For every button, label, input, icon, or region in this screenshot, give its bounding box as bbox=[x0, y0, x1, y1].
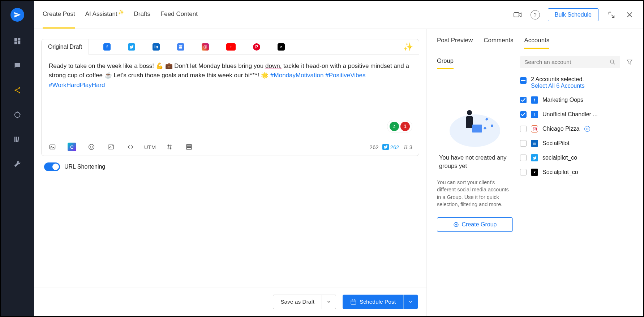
svg-point-4 bbox=[14, 90, 16, 91]
writing-assistant-indicator[interactable]: 1 bbox=[387, 120, 412, 133]
svg-rect-22 bbox=[186, 144, 191, 146]
emoji-picker-icon[interactable] bbox=[87, 143, 96, 151]
save-draft-button[interactable]: Save as Draft bbox=[273, 295, 322, 309]
video-icon[interactable] bbox=[512, 10, 523, 20]
account-name: Marketing Oops bbox=[542, 97, 583, 103]
spellcheck-underline: down, bbox=[265, 62, 282, 69]
account-row[interactable]: Socialpilot_co bbox=[520, 169, 633, 176]
account-name: Socialpilot_co bbox=[542, 169, 578, 175]
tab-label: AI Assistant bbox=[85, 10, 117, 18]
template-icon[interactable] bbox=[185, 143, 193, 151]
svg-rect-8 bbox=[14, 137, 16, 142]
schedule-post-button[interactable]: Schedule Post bbox=[343, 295, 403, 309]
tw-account-icon bbox=[531, 154, 538, 161]
linkedin-platform-icon[interactable]: in bbox=[153, 43, 160, 51]
account-checkbox[interactable] bbox=[520, 169, 527, 175]
account-checkbox[interactable] bbox=[520, 111, 527, 118]
search-icon[interactable] bbox=[609, 59, 616, 65]
schedule-post-more-button[interactable] bbox=[403, 295, 418, 309]
account-search-input[interactable] bbox=[524, 59, 606, 65]
instagram-platform-icon[interactable] bbox=[202, 43, 209, 51]
media-picker-icon[interactable] bbox=[48, 143, 57, 151]
empty-groups-title: You have not created any groups yet bbox=[437, 153, 513, 170]
hashtag[interactable]: #WorkHardPlayHard bbox=[49, 82, 105, 88]
nav-library-icon[interactable] bbox=[12, 134, 22, 144]
svg-rect-10 bbox=[17, 137, 19, 142]
char-count: 262 bbox=[370, 144, 379, 150]
paused-badge-icon bbox=[584, 126, 590, 132]
group-subtab[interactable]: Group bbox=[437, 57, 454, 69]
twitter-platform-icon[interactable] bbox=[128, 43, 135, 51]
tab-create-post[interactable]: Create Post bbox=[43, 1, 75, 29]
account-checkbox[interactable] bbox=[520, 140, 527, 147]
account-row[interactable]: fUnofficial Chandler ... bbox=[520, 111, 633, 118]
account-name: socialpilot_co bbox=[542, 155, 577, 161]
account-row[interactable]: socialpilot_co bbox=[520, 154, 633, 161]
svg-point-7 bbox=[15, 112, 20, 118]
facebook-platform-icon[interactable]: f bbox=[103, 43, 111, 51]
error-count-badge: 1 bbox=[400, 122, 410, 131]
tab-comments[interactable]: Comments bbox=[484, 37, 513, 49]
svg-rect-9 bbox=[16, 137, 17, 142]
account-row[interactable]: Chicago Pizza bbox=[520, 125, 633, 133]
nav-tools-icon[interactable] bbox=[12, 159, 22, 169]
account-row[interactable]: inSocialPilot bbox=[520, 140, 633, 147]
post-text-part: Ready to take on the week like a boss! 💪… bbox=[49, 62, 265, 69]
help-icon[interactable]: ? bbox=[531, 10, 540, 19]
select-all-partial-checkbox[interactable] bbox=[520, 77, 527, 84]
tab-accounts[interactable]: Accounts bbox=[524, 37, 549, 49]
fb-account-icon: f bbox=[531, 111, 538, 118]
collapse-icon[interactable] bbox=[606, 10, 617, 20]
tab-drafts[interactable]: Drafts bbox=[134, 1, 150, 29]
account-row[interactable]: fMarketing Oops bbox=[520, 96, 633, 104]
filter-icon[interactable] bbox=[626, 58, 633, 66]
code-embed-icon[interactable] bbox=[126, 143, 135, 151]
canva-icon[interactable]: C bbox=[68, 143, 76, 151]
fb-account-icon: f bbox=[531, 96, 538, 104]
ai-assist-sparkle-icon[interactable]: ✨ bbox=[403, 42, 413, 52]
twitter-char-count: 262 bbox=[382, 144, 399, 150]
url-shortening-label: URL Shortening bbox=[64, 164, 105, 170]
hashtag[interactable]: #PositiveVibes bbox=[325, 72, 365, 79]
tab-ai-assistant[interactable]: AI Assistant✨ bbox=[85, 1, 124, 29]
hashtag-manager-icon[interactable] bbox=[165, 143, 174, 151]
account-checkbox[interactable] bbox=[520, 155, 527, 161]
account-checkbox[interactable] bbox=[520, 126, 527, 132]
create-group-button[interactable]: Create Group bbox=[437, 217, 513, 232]
pinterest-platform-icon[interactable]: P bbox=[253, 43, 260, 51]
account-checkbox[interactable] bbox=[520, 97, 527, 103]
svg-point-19 bbox=[92, 146, 93, 147]
account-search-box[interactable] bbox=[520, 56, 620, 68]
svg-rect-15 bbox=[50, 145, 55, 149]
nav-target-icon[interactable] bbox=[12, 110, 22, 120]
nav-posts-icon[interactable] bbox=[12, 61, 22, 71]
save-draft-more-button[interactable] bbox=[322, 295, 336, 309]
select-all-link[interactable]: Select All 6 Accounts bbox=[531, 83, 585, 89]
tab-post-preview[interactable]: Post Preview bbox=[437, 37, 473, 49]
post-editor[interactable]: Ready to take on the week like a boss! 💪… bbox=[42, 55, 419, 138]
censored-word: bi***! bbox=[245, 72, 259, 79]
nav-share-icon[interactable] bbox=[12, 85, 22, 95]
hashtag[interactable]: #MondayMotivation bbox=[270, 72, 323, 79]
button-label: Create Group bbox=[462, 221, 497, 228]
tiktok-platform-icon[interactable] bbox=[278, 43, 285, 51]
google-business-platform-icon[interactable] bbox=[177, 43, 184, 51]
svg-rect-11 bbox=[514, 13, 519, 17]
svg-point-5 bbox=[18, 87, 20, 89]
original-draft-tab[interactable]: Original Draft bbox=[42, 39, 89, 55]
svg-point-18 bbox=[90, 146, 91, 147]
empty-groups-description: You can sort your client's different soc… bbox=[437, 179, 513, 208]
gif-picker-icon[interactable] bbox=[107, 143, 115, 151]
nav-dashboard-icon[interactable] bbox=[12, 36, 22, 46]
utm-button[interactable]: UTM bbox=[146, 143, 154, 151]
youtube-platform-icon[interactable] bbox=[226, 43, 236, 51]
url-shortening-toggle[interactable] bbox=[44, 162, 60, 171]
suggestion-up-icon bbox=[390, 122, 399, 131]
tab-feed-content[interactable]: Feed Content bbox=[160, 1, 198, 29]
bulk-schedule-button[interactable]: Bulk Schedule bbox=[548, 8, 598, 21]
app-logo[interactable] bbox=[10, 8, 24, 22]
svg-point-26 bbox=[610, 60, 614, 63]
svg-point-6 bbox=[18, 92, 20, 93]
close-icon[interactable] bbox=[624, 10, 635, 20]
svg-point-21 bbox=[112, 146, 113, 146]
